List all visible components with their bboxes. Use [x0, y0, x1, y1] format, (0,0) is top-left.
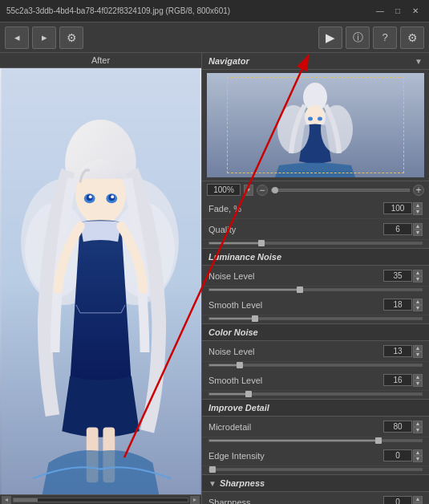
sharpness-spin-up[interactable]: ▲	[413, 496, 423, 502]
quality-spin-up[interactable]: ▲	[413, 223, 423, 230]
lum-noise-level-value[interactable]	[383, 270, 412, 282]
scroll-track[interactable]	[13, 498, 188, 502]
fade-spin-up[interactable]: ▲	[413, 202, 423, 209]
close-button[interactable]: ✕	[408, 4, 423, 18]
back-button[interactable]: ◂	[5, 26, 29, 49]
edge-intensity-section: Edge Intensity ▲ ▼	[202, 445, 429, 474]
quality-spin-down[interactable]: ▼	[413, 230, 423, 236]
col-noise-level-row: Noise Level ▲ ▼	[202, 341, 429, 362]
col-smooth-level-section: Smooth Level ▲ ▼	[202, 370, 429, 399]
navigator-zoom-bar: 100% ▾ − +	[202, 181, 429, 198]
col-noise-level-slider-row	[202, 362, 429, 370]
luminance-noise-title: Luminance Noise	[208, 252, 281, 262]
edge-intensity-row: Edge Intensity ▲ ▼	[202, 445, 429, 466]
title-bar: 55c2a3-3ddb-4bd4-ba78-4f022f8324109.jpg …	[0, 0, 429, 22]
back-icon: ◂	[14, 31, 20, 43]
lum-noise-level-label: Noise Level	[208, 271, 383, 281]
lum-smooth-level-label: Smooth Level	[208, 300, 383, 310]
col-noise-level-spin-down[interactable]: ▼	[413, 352, 423, 358]
help-icon: ?	[382, 31, 387, 43]
scroll-right-arrow[interactable]: ▸	[190, 496, 200, 504]
options-button[interactable]: ⚙	[400, 26, 424, 49]
scroll-left-arrow[interactable]: ◂	[2, 496, 11, 504]
microdetail-value[interactable]	[383, 421, 412, 433]
zoom-slider-thumb	[272, 187, 278, 193]
navigator-collapse-button[interactable]: ▼	[415, 57, 423, 66]
anime-image	[0, 68, 201, 494]
zoom-dropdown-button[interactable]: ▾	[244, 185, 253, 196]
zoom-display[interactable]: 100%	[207, 184, 241, 196]
improve-detail-header: Improve Detail	[202, 399, 429, 417]
microdetail-slider-thumb	[375, 437, 382, 444]
col-smooth-level-slider[interactable]	[208, 392, 423, 396]
window-title: 55c2a3-3ddb-4bd4-ba78-4f022f8324109.jpg …	[6, 6, 371, 15]
minimize-button[interactable]: —	[373, 4, 387, 18]
zoom-slider[interactable]	[271, 189, 410, 192]
color-noise-header: Color Noise	[202, 323, 429, 341]
lum-smooth-level-spin-up[interactable]: ▲	[413, 299, 423, 305]
sharpness-collapse-icon[interactable]: ▼	[208, 479, 217, 488]
quality-value[interactable]	[383, 223, 412, 235]
microdetail-spinners: ▲ ▼	[413, 421, 423, 433]
edge-intensity-label: Edge Intensity	[208, 451, 383, 461]
sharpness-header: ▼ Sharpness	[202, 474, 429, 492]
lum-smooth-level-slider-thumb	[252, 315, 258, 322]
col-smooth-level-spinners: ▲ ▼	[413, 374, 423, 387]
edge-intensity-spin-down[interactable]: ▼	[413, 456, 423, 462]
zoom-minus-button[interactable]: −	[257, 185, 268, 196]
svg-point-12	[111, 195, 114, 198]
lum-noise-level-spin-up[interactable]: ▲	[413, 270, 423, 276]
microdetail-slider-row	[202, 437, 429, 445]
microdetail-spin-down[interactable]: ▼	[413, 427, 423, 433]
quality-slider-fill	[209, 242, 262, 244]
microdetail-row: Microdetail ▲ ▼	[202, 417, 429, 437]
lum-smooth-level-slider[interactable]	[208, 317, 423, 320]
gear-button[interactable]: ⚙	[59, 26, 83, 49]
maximize-button[interactable]: □	[391, 4, 405, 18]
lum-noise-level-spinners: ▲ ▼	[413, 270, 423, 282]
fade-spin-down[interactable]: ▼	[413, 209, 423, 215]
col-noise-level-slider[interactable]	[208, 364, 423, 367]
col-smooth-level-slider-thumb	[245, 391, 252, 397]
fade-row: Fade, % ▲ ▼	[202, 198, 429, 219]
edge-intensity-slider[interactable]	[208, 468, 423, 471]
help-button[interactable]: ?	[373, 26, 397, 49]
improve-detail-title: Improve Detail	[208, 403, 269, 413]
sharpness-label: Sharpness	[208, 498, 383, 505]
microdetail-spin-up[interactable]: ▲	[413, 421, 423, 427]
col-smooth-level-value[interactable]	[383, 374, 412, 386]
sharpness-value[interactable]	[383, 496, 412, 504]
col-noise-level-value[interactable]	[383, 345, 412, 357]
col-smooth-level-spin-down[interactable]: ▼	[413, 380, 423, 387]
fade-label: Fade, %	[208, 204, 383, 213]
col-smooth-level-spin-up[interactable]: ▲	[413, 374, 423, 380]
zoom-plus-button[interactable]: +	[413, 185, 424, 196]
col-noise-level-slider-thumb	[237, 362, 243, 368]
edge-intensity-value[interactable]	[383, 449, 412, 461]
luminance-noise-header: Luminance Noise	[202, 248, 429, 266]
microdetail-slider[interactable]	[208, 439, 423, 442]
microdetail-slider-fill	[209, 440, 379, 441]
lum-noise-level-spin-down[interactable]: ▼	[413, 276, 423, 282]
edge-intensity-spin-up[interactable]: ▲	[413, 449, 423, 456]
lum-noise-level-slider[interactable]	[208, 288, 423, 291]
lum-smooth-level-value[interactable]	[383, 299, 412, 311]
info-button[interactable]: ⓘ	[346, 26, 370, 49]
quality-row: Quality ▲ ▼	[202, 219, 429, 240]
col-smooth-level-slider-fill	[209, 393, 249, 395]
lum-smooth-level-section: Smooth Level ▲ ▼	[202, 295, 429, 323]
lum-smooth-level-spinners: ▲ ▼	[413, 299, 423, 311]
controls-section: Fade, % ▲ ▼ Quality ▲ ▼	[202, 198, 429, 504]
col-noise-level-spin-up[interactable]: ▲	[413, 345, 423, 352]
edge-intensity-slider-row	[202, 466, 429, 474]
forward-button[interactable]: ▸	[32, 26, 56, 49]
gear-icon: ⚙	[67, 31, 77, 44]
lum-smooth-level-spin-down[interactable]: ▼	[413, 305, 423, 311]
col-smooth-level-label: Smooth Level	[208, 376, 383, 385]
play-button[interactable]: ▶	[318, 26, 342, 49]
fade-value[interactable]	[383, 202, 412, 214]
sharpness-spinners: ▲ ▼	[413, 496, 423, 505]
quality-slider[interactable]	[208, 242, 423, 245]
lum-smooth-level-slider-fill	[209, 318, 256, 319]
lum-smooth-level-slider-row	[202, 315, 429, 323]
